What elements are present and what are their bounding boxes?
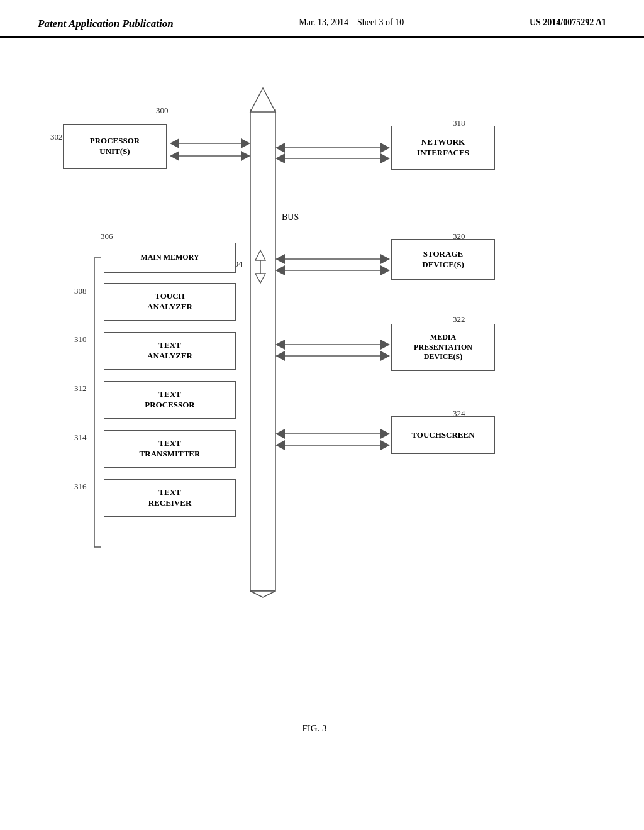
processor-unit-box: PROCESSORUNIT(S) xyxy=(63,124,167,169)
text-analyzer-box: TEXTANALYZER xyxy=(104,332,236,370)
svg-marker-21 xyxy=(275,254,285,264)
storage-device-box: STORAGEDEVICE(S) xyxy=(391,239,495,280)
text-transmitter-box: TEXTTRANSMITTER xyxy=(104,430,236,468)
text-processor-box: TEXTPROCESSOR xyxy=(104,381,236,419)
ref-322: 322 xyxy=(453,314,465,324)
svg-marker-16 xyxy=(380,143,390,153)
ref-312: 312 xyxy=(74,384,87,394)
svg-marker-3 xyxy=(170,138,179,148)
svg-marker-22 xyxy=(380,254,390,264)
svg-marker-28 xyxy=(380,340,390,350)
svg-marker-33 xyxy=(275,429,285,439)
ref-316: 316 xyxy=(74,482,87,492)
header-center: Mar. 13, 2014 Sheet 3 of 10 xyxy=(299,18,404,28)
svg-rect-0 xyxy=(250,110,275,591)
svg-marker-15 xyxy=(275,143,285,153)
svg-marker-19 xyxy=(380,153,390,163)
svg-marker-30 xyxy=(275,351,285,361)
svg-marker-2 xyxy=(250,591,275,597)
header-left: Patent Application Publication xyxy=(38,18,174,30)
svg-marker-18 xyxy=(275,153,285,163)
svg-marker-31 xyxy=(380,351,390,361)
ref-300: 300 xyxy=(156,106,169,116)
touchscreen-box: TOUCHSCREEN xyxy=(391,416,495,454)
svg-marker-25 xyxy=(380,265,390,275)
bus-label: BUS xyxy=(282,213,299,223)
page-header: Patent Application Publication Mar. 13, … xyxy=(0,0,644,38)
svg-marker-36 xyxy=(275,440,285,450)
svg-marker-34 xyxy=(380,429,390,439)
text-receiver-box: TEXTRECEIVER xyxy=(104,479,236,517)
svg-marker-12 xyxy=(255,250,265,260)
figure-label: FIG. 3 xyxy=(277,723,352,734)
ref-306: 306 xyxy=(101,231,113,241)
svg-marker-13 xyxy=(255,274,265,283)
network-interfaces-box: NETWORKINTERFACES xyxy=(391,126,495,170)
svg-marker-1 xyxy=(250,88,275,112)
ref-314: 314 xyxy=(74,433,87,443)
main-memory-box: MAIN MEMORY xyxy=(104,243,236,273)
svg-marker-37 xyxy=(380,440,390,450)
svg-marker-27 xyxy=(275,340,285,350)
header-right: US 2014/0075292 A1 xyxy=(530,18,606,28)
ref-302: 302 xyxy=(50,132,63,142)
diagram-area: 300 302 PROCESSORUNIT(S) BUS 304 306 MAI… xyxy=(0,44,644,773)
svg-marker-7 xyxy=(241,151,250,161)
touch-analyzer-box: TOUCHANALYZER xyxy=(104,283,236,321)
media-presentation-box: MEDIAPRESENTATIONDEVICE(S) xyxy=(391,324,495,371)
ref-310: 310 xyxy=(74,335,87,345)
svg-marker-6 xyxy=(170,151,179,161)
svg-marker-4 xyxy=(241,138,250,148)
svg-marker-24 xyxy=(275,265,285,275)
ref-308: 308 xyxy=(74,286,87,296)
